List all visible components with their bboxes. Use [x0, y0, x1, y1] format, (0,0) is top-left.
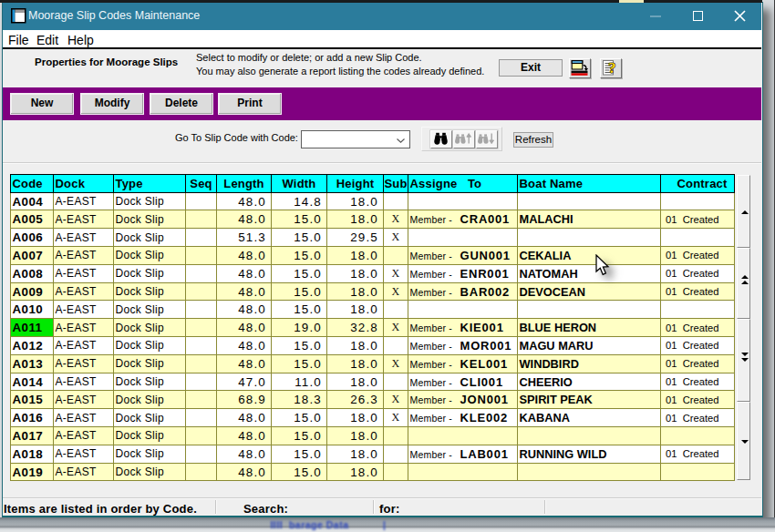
svg-text:?: ? [608, 59, 615, 77]
